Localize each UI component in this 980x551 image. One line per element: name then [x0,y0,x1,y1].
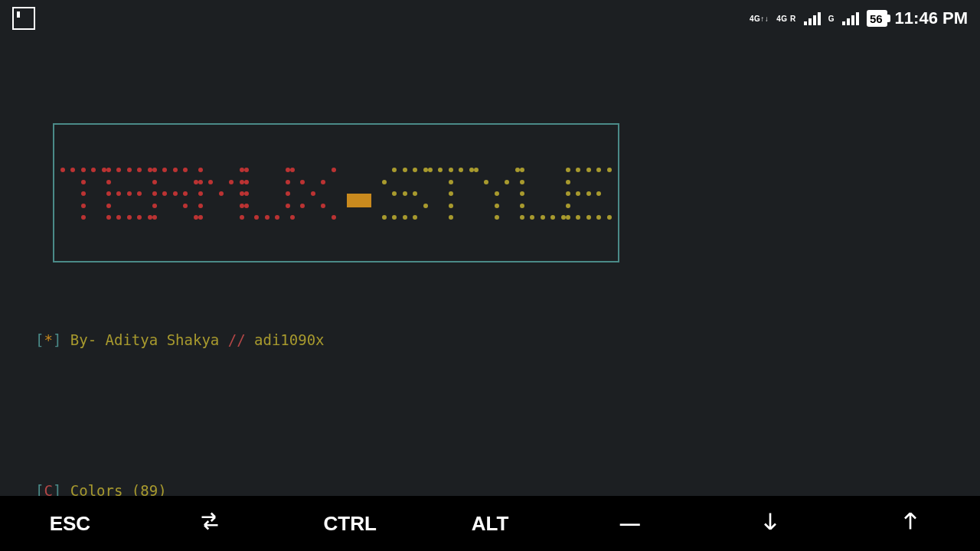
bracket-open: [ [35,331,44,348]
banner-letter-t [60,168,106,220]
banner-letter-r [152,168,198,220]
statusbar-right: 4G↑↓ 4G R G 56 11:46 PM [750,8,968,28]
banner-letter-u [244,168,290,220]
statusbar-left [12,7,35,30]
star-icon: * [44,331,52,348]
network-g-icon: G [828,15,835,23]
arrow-down-icon [760,510,781,532]
banner-letter-l [520,168,566,220]
banner-letter-e [106,168,152,220]
author-label: By- Aditya Shakya [61,331,227,348]
signal-bars-2-icon [842,11,859,25]
tab-icon [199,510,220,532]
key-ctrl[interactable]: CTRL [280,512,420,536]
network-4g-icon: 4G↑↓ [750,15,769,23]
battery-pct: 56 [870,12,883,25]
key-tab[interactable] [140,510,280,537]
arrow-up-icon [900,510,921,532]
banner-letter-s [382,168,428,220]
byline: [*] By- Aditya Shakya // adi1090x [35,331,945,350]
clock: 11:46 PM [895,8,968,28]
key-esc[interactable]: ESC [0,512,140,536]
banner-letter-y [474,168,520,220]
network-4g-roaming-icon: 4G R [776,15,795,23]
key-arrow-up[interactable] [840,510,980,537]
bracket-close: ] [53,331,61,348]
signal-bars-icon [804,11,821,25]
banner-letter-e2 [566,168,612,220]
banner-letter-m [198,168,244,220]
android-statusbar: 4G↑↓ 4G R G 56 11:46 PM [0,0,980,37]
key-alt[interactable]: ALT [420,512,560,536]
slashes: // [228,331,254,348]
author-handle: adi1090x [254,331,325,348]
banner-termux-style [53,123,619,262]
battery-indicator: 56 [867,10,887,27]
key-dash[interactable]: — [560,512,700,536]
termux-keyrow: ESC CTRL ALT — [0,496,980,551]
banner-letter-x [290,168,336,220]
terminal-output[interactable]: [*] By- Aditya Shakya // adi1090x [C] Co… [35,46,945,490]
key-arrow-down[interactable] [700,510,840,537]
banner-letter-t2 [428,168,474,220]
banner-dash [336,168,382,220]
termux-app-icon [12,7,35,30]
